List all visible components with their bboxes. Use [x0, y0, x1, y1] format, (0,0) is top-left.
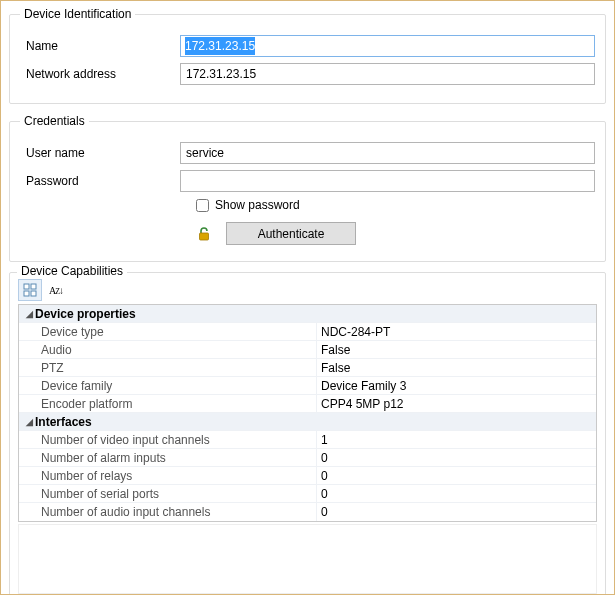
property-description-pane [18, 524, 597, 594]
property-key: Number of audio input channels [19, 503, 317, 521]
show-password-checkbox[interactable] [196, 199, 209, 212]
property-grid: ◢ Device propertiesDevice typeNDC-284-PT… [18, 304, 597, 522]
property-group-header[interactable]: ◢ Device properties [19, 305, 596, 323]
property-group-header[interactable]: ◢ Interfaces [19, 413, 596, 431]
network-address-input[interactable] [180, 63, 595, 85]
name-label: Name [20, 39, 180, 53]
credentials-group: Credentials User name Password Show pass… [9, 114, 606, 262]
authenticate-button[interactable]: Authenticate [226, 222, 356, 245]
unlock-icon [196, 226, 212, 242]
device-identification-legend: Device Identification [20, 7, 135, 21]
property-value: 1 [317, 431, 596, 448]
password-label: Password [20, 174, 180, 188]
network-address-label: Network address [20, 67, 180, 81]
property-value: 0 [317, 449, 596, 466]
categorized-view-button[interactable] [18, 279, 42, 301]
device-identification-group: Device Identification Name 172.31.23.15 … [9, 7, 606, 104]
credentials-legend: Credentials [20, 114, 89, 128]
property-row[interactable]: Number of video input channels1 [19, 431, 596, 449]
device-capabilities-group: Device Capabilities AZ↓ ◢ Device propert… [9, 272, 606, 595]
property-value: False [317, 359, 596, 376]
svg-rect-4 [31, 291, 36, 296]
property-value: 0 [317, 503, 596, 521]
property-key: Audio [19, 341, 317, 358]
property-row[interactable]: Encoder platformCPP4 5MP p12 [19, 395, 596, 413]
property-key: Encoder platform [19, 395, 317, 412]
property-group-title: Device properties [35, 305, 136, 323]
property-row[interactable]: Number of audio input channels0 [19, 503, 596, 521]
svg-rect-0 [200, 233, 209, 240]
password-input[interactable] [180, 170, 595, 192]
property-key: Number of serial ports [19, 485, 317, 502]
property-row[interactable]: Number of serial ports0 [19, 485, 596, 503]
collapse-arrow-icon: ◢ [23, 413, 35, 431]
username-label: User name [20, 146, 180, 160]
property-key: Device type [19, 323, 317, 340]
name-input[interactable] [180, 35, 595, 57]
property-key: Number of video input channels [19, 431, 317, 448]
property-row[interactable]: PTZFalse [19, 359, 596, 377]
property-row[interactable]: Device typeNDC-284-PT [19, 323, 596, 341]
svg-rect-3 [24, 291, 29, 296]
property-value: 0 [317, 485, 596, 502]
property-key: PTZ [19, 359, 317, 376]
property-key: Device family [19, 377, 317, 394]
property-row[interactable]: Number of alarm inputs0 [19, 449, 596, 467]
username-input[interactable] [180, 142, 595, 164]
show-password-label: Show password [215, 198, 300, 212]
property-value: NDC-284-PT [317, 323, 596, 340]
property-value: CPP4 5MP p12 [317, 395, 596, 412]
property-key: Number of alarm inputs [19, 449, 317, 466]
alphabetical-view-button[interactable]: AZ↓ [44, 279, 68, 301]
property-value: Device Family 3 [317, 377, 596, 394]
svg-rect-2 [31, 284, 36, 289]
property-value: False [317, 341, 596, 358]
property-key: Number of relays [19, 467, 317, 484]
collapse-arrow-icon: ◢ [23, 305, 35, 323]
device-capabilities-legend: Device Capabilities [17, 264, 127, 278]
property-row[interactable]: Device familyDevice Family 3 [19, 377, 596, 395]
property-value: 0 [317, 467, 596, 484]
property-row[interactable]: Number of relays0 [19, 467, 596, 485]
svg-rect-1 [24, 284, 29, 289]
property-row[interactable]: AudioFalse [19, 341, 596, 359]
property-group-title: Interfaces [35, 413, 92, 431]
